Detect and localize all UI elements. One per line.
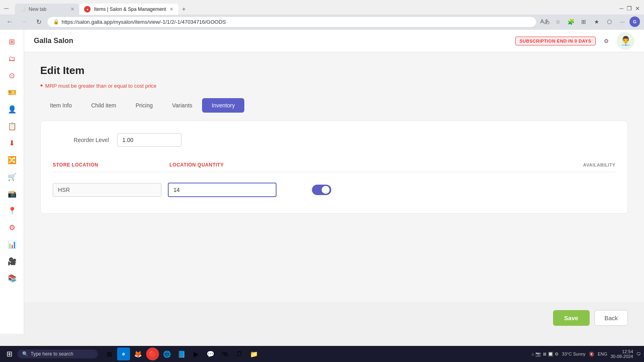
lock-icon: 🔒 <box>53 19 59 25</box>
back-nav-button[interactable]: ← <box>4 16 15 27</box>
minimize-button[interactable]: ─ <box>4 5 8 12</box>
sidebar-icon-books[interactable]: 📚 <box>5 271 19 286</box>
reader-icon[interactable]: ⊞ <box>578 16 589 27</box>
time-display: 12:54 <box>611 349 633 354</box>
sidebar-icon-download[interactable]: ⬇ <box>5 136 19 150</box>
notification-icon[interactable]: 🗨 <box>636 352 641 356</box>
availability-toggle[interactable] <box>312 185 331 195</box>
forward-nav-button[interactable]: → <box>19 16 30 27</box>
browser-tab-items[interactable]: ● Items | Salon & Spa Management ✕ <box>79 4 178 15</box>
taskbar-apps: ⊞ e 🦊 🔴 🌐 📘 ▶ 💬 🛍 🗒 📁 <box>103 348 260 360</box>
items-tab-close[interactable]: ✕ <box>169 6 173 12</box>
weather-temp: 33°C Sunny <box>562 352 586 356</box>
availability-header: AVAILABILITY <box>567 162 615 167</box>
sidebar-icon-dashboard[interactable]: ⊞ <box>5 35 19 49</box>
taskbar-search[interactable]: 🔍 Type here to search <box>17 350 98 358</box>
browser-tabs: ⬜ New tab ✕ ● Items | Salon & Spa Manage… <box>12 2 613 15</box>
sidebar-icon-user[interactable]: 👤 <box>5 102 19 117</box>
tab-inventory[interactable]: Inventory <box>202 98 245 113</box>
clock: 12:54 30-08-2024 <box>611 349 633 359</box>
browser-tab-newtab[interactable]: ⬜ New tab ✕ <box>15 4 79 15</box>
header-avatar: 👨‍💼 <box>617 32 634 50</box>
collections-icon[interactable]: ⬡ <box>604 16 615 27</box>
search-icon: 🔍 <box>22 351 28 357</box>
sidebar-icon-arrows[interactable]: 🔀 <box>5 153 19 167</box>
reorder-label: Reorder Level <box>53 137 109 143</box>
new-tab-button[interactable]: + <box>178 4 190 15</box>
taskbar-app-fb[interactable]: 📘 <box>175 348 188 360</box>
back-button[interactable]: Back <box>594 310 628 326</box>
store-location-input[interactable] <box>53 183 161 197</box>
page-content: Edit Item MRP must be greater than or eq… <box>24 52 644 302</box>
sidebar: ⊞ 🗂 ⊙ 🎫 👤 📋 ⬇ 🔀 🛒 📸 📍 ⚙ 📊 🎥 📚 <box>0 30 24 334</box>
reorder-row: Reorder Level <box>53 133 615 147</box>
url-input[interactable] <box>62 19 530 25</box>
inventory-data-row <box>53 179 615 201</box>
sidebar-icon-reports[interactable]: 📊 <box>5 237 19 252</box>
sidebar-icon-files[interactable]: 🗂 <box>5 51 19 66</box>
date-display: 30-08-2024 <box>611 354 633 359</box>
tab-pricing[interactable]: Pricing <box>126 98 163 113</box>
translate-icon[interactable]: Aあ <box>539 16 551 27</box>
newtab-favicon: ⬜ <box>20 6 25 12</box>
reload-button[interactable]: ↻ <box>33 16 44 27</box>
sidebar-icon-settings[interactable]: ⚙ <box>5 220 19 235</box>
bottom-action-bar: Save Back <box>24 302 644 334</box>
subscription-badge: SUBSCRIPTION END IN 0 DAYS <box>515 37 596 45</box>
sidebar-icon-clipboard[interactable]: 📋 <box>5 119 19 134</box>
window-maximize[interactable]: ❐ <box>627 5 632 12</box>
location-quantity-input[interactable] <box>168 183 277 197</box>
error-text: MRP must be greater than or equal to cos… <box>45 83 157 89</box>
address-bar[interactable]: 🔒 <box>47 17 536 27</box>
favorites-icon[interactable]: ★ <box>591 16 602 27</box>
taskbar-app-edge[interactable]: e <box>117 348 130 360</box>
browser-toolbar: Aあ ☆ 🧩 ⊞ ★ ⬡ ··· G <box>539 16 640 27</box>
sidebar-icon-video[interactable]: 🎥 <box>5 254 19 269</box>
start-button[interactable]: ⊞ <box>3 348 16 360</box>
taskbar-app-chrome[interactable]: 🌐 <box>161 348 173 360</box>
app-header: Galla Salon SUBSCRIPTION END IN 0 DAYS ⚙… <box>24 30 644 52</box>
sidebar-icon-cart[interactable]: 🛒 <box>5 170 19 184</box>
volume-icon: 🔇 <box>589 352 594 357</box>
tab-variants[interactable]: Variants <box>163 98 202 113</box>
availability-toggle-wrapper <box>283 185 331 195</box>
bookmark-icon[interactable]: ☆ <box>552 16 564 27</box>
window-action-buttons[interactable]: ─ ❐ ✕ <box>619 5 640 12</box>
taskbar-app-firefox[interactable]: 🦊 <box>132 348 144 360</box>
extension-icon[interactable]: 🧩 <box>565 16 576 27</box>
browser-profile[interactable]: G <box>630 16 640 27</box>
taskbar-app-store[interactable]: 🛍 <box>219 348 231 360</box>
store-location-header: Store Location <box>53 162 169 168</box>
header-settings-icon[interactable]: ⚙ <box>601 35 612 47</box>
newtab-close[interactable]: ✕ <box>70 6 74 12</box>
lang-indicator: ENG <box>598 352 607 356</box>
taskbar-app-files[interactable]: 📁 <box>248 348 260 360</box>
sidebar-icon-ticket[interactable]: 🎫 <box>5 85 19 100</box>
taskbar-app-skype[interactable]: 💬 <box>204 348 217 360</box>
window-controls[interactable]: ─ <box>4 5 8 12</box>
inventory-table-header: Store Location Location Quantity AVAILAB… <box>53 159 615 172</box>
tab-child-item[interactable]: Child item <box>81 98 126 113</box>
save-button[interactable]: Save <box>553 310 590 326</box>
sidebar-icon-circle[interactable]: ⊙ <box>5 68 19 83</box>
taskbar-app-red[interactable]: 🔴 <box>146 348 159 360</box>
tray-icons: ⌂ 📷 🖥 🔲 ⚙ <box>531 352 559 357</box>
tabs-navigation: Item Info Child item Pricing Variants In… <box>40 98 628 113</box>
sidebar-icon-camera[interactable]: 📸 <box>5 187 19 201</box>
error-message: MRP must be greater than or equal to cos… <box>40 82 628 90</box>
tab-item-info[interactable]: Item Info <box>40 98 81 113</box>
window-close[interactable]: ✕ <box>635 5 640 12</box>
reorder-input[interactable] <box>117 133 182 147</box>
app-title: Galla Salon <box>34 37 73 45</box>
taskbar-right: ⌂ 📷 🖥 🔲 ⚙ 33°C Sunny 🔇 ENG 12:54 30-08-2… <box>531 349 641 359</box>
settings-dots-icon[interactable]: ··· <box>617 16 628 27</box>
taskbar-app-yt[interactable]: ▶ <box>190 348 202 360</box>
window-minimize[interactable]: ─ <box>619 5 623 12</box>
sidebar-icon-location[interactable]: 📍 <box>5 204 19 218</box>
taskbar-app-multitask[interactable]: ⊞ <box>103 348 116 360</box>
newtab-label: New tab <box>29 6 46 12</box>
main-area: Galla Salon SUBSCRIPTION END IN 0 DAYS ⚙… <box>24 30 644 334</box>
browser-titlebar: ─ ⬜ New tab ✕ ● Items | Salon & Spa Mana… <box>0 0 644 14</box>
taskbar-search-label: Type here to search <box>31 351 73 357</box>
taskbar-app-notes[interactable]: 🗒 <box>233 348 246 360</box>
